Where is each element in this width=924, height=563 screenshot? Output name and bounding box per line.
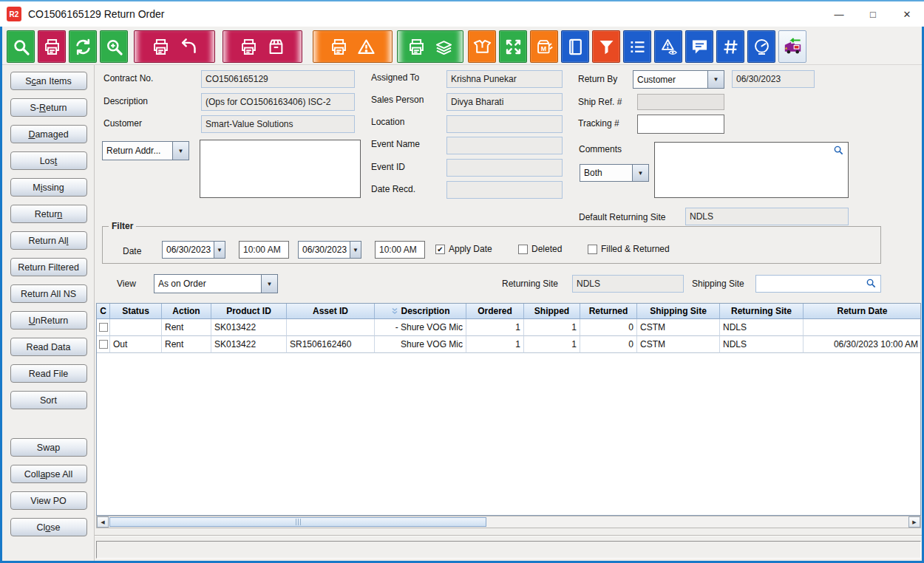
- view-exceptions-button[interactable]: [654, 30, 682, 63]
- filter-from-date-combo[interactable]: 06/30/2023 ▼: [162, 241, 225, 259]
- catalog-book-button[interactable]: [561, 30, 589, 63]
- filter-to-date-combo[interactable]: 06/30/2023 ▼: [298, 241, 361, 259]
- sidebar-button-unreturn[interactable]: UnReturn: [10, 311, 87, 330]
- cell-ordered[interactable]: 1: [466, 319, 524, 336]
- return-addr-combo[interactable]: Return Addr... ▼: [102, 141, 189, 160]
- unchecked-checkbox-icon[interactable]: [518, 245, 528, 254]
- location-field[interactable]: [446, 115, 563, 133]
- return-by-combo[interactable]: Customer ▼: [633, 70, 724, 89]
- chevron-down-icon[interactable]: ▼: [173, 141, 189, 160]
- column-header-c[interactable]: C: [97, 304, 110, 319]
- sidebar-button-swap[interactable]: Swap: [10, 438, 87, 457]
- horizontal-scrollbar[interactable]: ◀ ▶: [96, 516, 921, 528]
- column-header-return-date[interactable]: Return Date: [804, 304, 921, 319]
- cell-asset-id[interactable]: [287, 319, 375, 336]
- returning-site-field[interactable]: NDLS: [572, 275, 684, 293]
- cell-action[interactable]: Rent: [162, 336, 211, 353]
- tracking-input[interactable]: [637, 115, 724, 134]
- scroll-left-icon[interactable]: ◀: [97, 516, 109, 528]
- comments-box[interactable]: [654, 142, 849, 198]
- return-date-field[interactable]: 06/30/2023: [732, 70, 815, 88]
- print-warning-button[interactable]: [313, 30, 393, 63]
- default-returning-site-field[interactable]: NDLS: [685, 208, 849, 225]
- refresh-button[interactable]: [69, 30, 97, 63]
- event-id-field[interactable]: [446, 159, 563, 177]
- cell-status[interactable]: Out: [110, 336, 162, 353]
- column-header-status[interactable]: Status: [110, 304, 162, 319]
- filter-button[interactable]: [592, 30, 620, 63]
- minimize-button[interactable]: —: [822, 1, 856, 27]
- item-list-button[interactable]: [623, 30, 651, 63]
- sidebar-button-lost[interactable]: Lost: [10, 151, 87, 170]
- chevron-down-icon[interactable]: ▼: [708, 70, 724, 89]
- cell-shipping-site[interactable]: CSTM: [637, 336, 720, 353]
- filter-checkbox-filled-returned[interactable]: Filled & Returned: [588, 244, 670, 254]
- sidebar-button-view-po[interactable]: View PO: [10, 491, 87, 510]
- ship-ref-field[interactable]: [637, 94, 724, 110]
- column-header-returned[interactable]: Returned: [580, 304, 637, 319]
- column-header-shipping-site[interactable]: Shipping Site: [637, 304, 720, 319]
- meter-button[interactable]: [747, 30, 775, 63]
- cell-returning-site[interactable]: NDLS: [720, 336, 804, 353]
- unchecked-checkbox-icon[interactable]: [588, 245, 597, 254]
- row-checkbox[interactable]: [99, 323, 108, 332]
- column-header-ordered[interactable]: Ordered: [466, 304, 524, 319]
- cell-status[interactable]: [110, 319, 162, 336]
- close-button[interactable]: ✕: [890, 1, 924, 27]
- shipping-site-field[interactable]: [755, 275, 881, 293]
- filter-checkbox-deleted[interactable]: Deleted: [518, 244, 562, 254]
- table-row[interactable]: RentSK013422- Shure VOG Mic110CSTMNDLS: [97, 319, 920, 336]
- scroll-right-icon[interactable]: ▶: [908, 516, 920, 528]
- cell-ordered[interactable]: 1: [466, 336, 524, 353]
- search-icon[interactable]: [866, 278, 877, 289]
- event-name-field[interactable]: [446, 137, 563, 154]
- cell-returned[interactable]: 0: [580, 336, 637, 353]
- cell-product-id[interactable]: SK013422: [211, 336, 287, 353]
- description-field[interactable]: (Ops for CO1506163406) ISC-2: [201, 93, 355, 111]
- print-undo-button[interactable]: [134, 30, 215, 63]
- sidebar-button-return[interactable]: Return: [10, 205, 87, 223]
- filter-from-time-field[interactable]: 10:00 AM: [239, 241, 289, 259]
- comments-button[interactable]: [685, 30, 713, 63]
- sidebar-button-return-filtered[interactable]: Return Filtered: [10, 258, 87, 276]
- assigned-to-field[interactable]: Krishna Punekar: [446, 70, 563, 88]
- print-button[interactable]: [38, 30, 66, 63]
- filter-checkbox-apply-date[interactable]: ✔Apply Date: [435, 244, 492, 254]
- open-package-button[interactable]: [468, 30, 496, 63]
- sidebar-button-return-all-ns[interactable]: Return All NS: [10, 284, 87, 303]
- sidebar-button-read-data[interactable]: Read Data: [10, 338, 87, 356]
- column-header-product-id[interactable]: Product ID: [211, 304, 287, 319]
- cell-shipped[interactable]: 1: [524, 319, 580, 336]
- search-icon[interactable]: [833, 145, 844, 156]
- cell-asset-id[interactable]: SR1506162460: [287, 336, 375, 353]
- column-header-shipped[interactable]: Shipped: [524, 304, 580, 319]
- column-header-returning-site[interactable]: Returning Site: [720, 304, 804, 319]
- sidebar-button-scan-items[interactable]: Scan Items: [10, 72, 87, 90]
- sales-person-field[interactable]: Divya Bharati: [446, 93, 563, 111]
- cell-product-id[interactable]: SK013422: [211, 319, 287, 336]
- checked-checkbox-icon[interactable]: ✔: [435, 245, 445, 254]
- sidebar-button-collapse-all[interactable]: Collapse All: [10, 465, 87, 483]
- expand-all-button[interactable]: [499, 30, 527, 63]
- cell-description[interactable]: Shure VOG Mic: [375, 336, 466, 353]
- return-truck-button[interactable]: [778, 30, 806, 63]
- cell-return-date[interactable]: [804, 319, 921, 336]
- cell-description[interactable]: - Shure VOG Mic: [375, 319, 466, 336]
- print-package-button[interactable]: [222, 30, 302, 63]
- sidebar-button-damaged[interactable]: Damaged: [10, 125, 87, 143]
- maximize-button[interactable]: □: [856, 1, 890, 27]
- print-stack-button[interactable]: [397, 30, 463, 63]
- column-header-asset-id[interactable]: Asset ID: [287, 304, 375, 319]
- customer-field[interactable]: Smart-Value Solutions: [201, 115, 355, 133]
- chevron-down-icon[interactable]: ▼: [633, 164, 649, 182]
- cell-returned[interactable]: 0: [580, 319, 637, 336]
- table-row[interactable]: OutRentSK013422SR1506162460Shure VOG Mic…: [97, 336, 920, 353]
- cell-shipping-site[interactable]: CSTM: [637, 319, 720, 336]
- return-address-box[interactable]: [200, 140, 361, 198]
- cell-shipped[interactable]: 1: [524, 336, 580, 353]
- sidebar-button-missing[interactable]: Missing: [10, 178, 87, 197]
- sidebar-button-s-return[interactable]: S-Return: [10, 98, 87, 117]
- date-recd-field[interactable]: [446, 181, 563, 199]
- serial-numbers-button[interactable]: [716, 30, 744, 63]
- column-header-description[interactable]: Description: [375, 304, 466, 319]
